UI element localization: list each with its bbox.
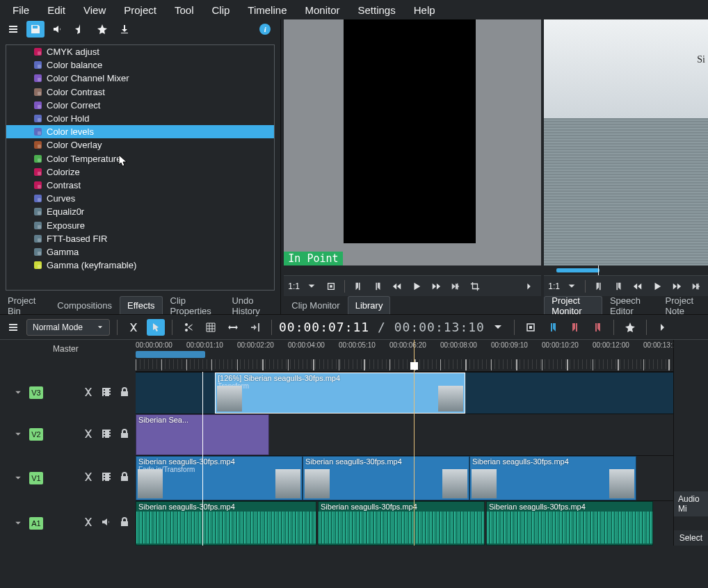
speaker-icon[interactable]	[101, 516, 112, 530]
fx-icon[interactable]	[83, 386, 94, 400]
track-head-v1[interactable]: V1	[0, 455, 136, 500]
clip-monitor-viewport[interactable]: In Point	[284, 19, 541, 266]
effect-item[interactable]: Color levels	[6, 125, 274, 138]
clip-monitor-ruler[interactable]	[284, 266, 541, 275]
timeline-timecode[interactable]: 00:00:07:11 / 00:00:13:10	[279, 320, 485, 334]
effect-item[interactable]: Gamma (keyframable)	[6, 259, 274, 272]
effect-item[interactable]: Color Correct	[6, 99, 274, 112]
menu-project[interactable]: Project	[115, 1, 165, 19]
track-badge[interactable]: A1	[29, 517, 43, 530]
effect-item[interactable]: Color Overlay	[6, 138, 274, 152]
effect-item[interactable]: Equaliz0r	[6, 205, 274, 218]
track-lane-v3[interactable]: [126%] Siberian seagulls-30fps.mp4 Trans…	[136, 372, 673, 414]
mark-in-button[interactable]	[351, 279, 366, 294]
film-icon[interactable]	[101, 428, 112, 441]
expand-icon[interactable]	[13, 519, 24, 528]
clip-a1-1[interactable]: Siberian seagulls-30fps.mp4	[318, 501, 485, 546]
tab-effects[interactable]: Effects	[120, 296, 163, 314]
play-button-2[interactable]	[650, 279, 665, 294]
time-ruler[interactable]: 00:00:00:0000:00:01:1000:00:02:2000:00:0…	[136, 340, 673, 372]
lock-icon[interactable]	[119, 386, 130, 400]
effect-item[interactable]: CMYK adjust	[6, 45, 274, 58]
menu-clip[interactable]: Clip	[204, 1, 239, 19]
tab-project-note[interactable]: Project Note	[658, 296, 708, 314]
project-monitor-viewport[interactable]: Si	[544, 19, 708, 266]
tab-clip-monitor[interactable]: Clip Monitor	[284, 296, 347, 314]
rewind-button-2[interactable]	[630, 279, 645, 294]
expand-icon[interactable]	[13, 389, 24, 397]
tab-project-monitor[interactable]: Project Monitor	[544, 296, 602, 314]
effect-item[interactable]: FTT-based FIR	[6, 232, 274, 245]
film-icon[interactable]	[101, 386, 112, 400]
mix-button-2[interactable]	[566, 319, 584, 336]
tab-project-bin[interactable]: Project Bin	[0, 296, 49, 314]
mark-out-button[interactable]	[370, 279, 385, 294]
effect-item[interactable]: Color Channel Mixer	[6, 72, 274, 85]
fit-button[interactable]	[323, 279, 339, 294]
crop-button[interactable]	[467, 279, 483, 294]
effect-item[interactable]: Curves	[6, 192, 274, 205]
project-monitor-ruler[interactable]	[544, 266, 708, 275]
effect-item[interactable]: Exposure	[6, 218, 274, 231]
track-lane-v2[interactable]: Siberian Sea...	[136, 414, 673, 455]
menu-help[interactable]: Help	[405, 1, 444, 19]
zoom-dropdown[interactable]	[304, 279, 319, 294]
favorite-half-button[interactable]	[71, 21, 89, 38]
clip-a1-2[interactable]: Siberian seagulls-30fps.mp4	[486, 501, 653, 546]
lock-icon[interactable]	[119, 516, 130, 530]
edit-mode-dropdown[interactable]: Normal Mode	[26, 319, 110, 336]
menu-view[interactable]: View	[75, 1, 114, 19]
mix-button-3[interactable]	[588, 319, 606, 336]
rewind-button[interactable]	[389, 279, 405, 294]
menu-timeline[interactable]: Timeline	[239, 1, 295, 19]
timecode-dropdown[interactable]	[489, 319, 507, 336]
fx-icon[interactable]	[83, 516, 94, 530]
audio-effects-button[interactable]	[49, 21, 67, 38]
mix-button-1[interactable]	[544, 319, 562, 336]
tab-clip-properties[interactable]: Clip Properties	[163, 296, 225, 314]
playhead[interactable]	[414, 340, 415, 546]
play-button[interactable]	[409, 279, 424, 294]
effect-item[interactable]: Color Hold	[6, 112, 274, 125]
fx-button[interactable]	[124, 319, 143, 336]
track-lane-a1[interactable]: Siberian seagulls-30fps.mp4 Siberian sea…	[136, 500, 673, 546]
menu-monitor[interactable]: Monitor	[296, 1, 348, 19]
cursor-tool-button[interactable]	[147, 319, 165, 336]
track-badge[interactable]: V2	[29, 428, 43, 441]
mark-in-button-2[interactable]	[591, 279, 606, 294]
zoom-dropdown-2[interactable]	[564, 279, 579, 294]
tab-speech-editor[interactable]: Speech Editor	[602, 296, 658, 314]
track-head-v3[interactable]: V3	[0, 372, 136, 414]
track-menu-button[interactable]	[4, 319, 22, 336]
clip-v1-1[interactable]: Siberian seagulls-30fps.mp4	[303, 456, 469, 500]
film-icon[interactable]	[101, 471, 112, 484]
end-button[interactable]	[448, 279, 463, 294]
remove-spacer-button[interactable]	[246, 319, 264, 336]
effect-item[interactable]: Contrast	[6, 179, 274, 192]
effect-item[interactable]: Color Contrast	[6, 85, 274, 99]
ff-button[interactable]	[428, 279, 444, 294]
expand-icon[interactable]	[13, 430, 24, 439]
tracks-area[interactable]: 00:00:00:0000:00:01:1000:00:02:2000:00:0…	[136, 340, 673, 546]
favorite-timeline-button[interactable]	[621, 319, 639, 336]
more-button[interactable]	[522, 279, 537, 294]
track-lane-v1[interactable]: Siberian seagulls-30fps.mp4 Fade in/Tran…	[136, 455, 673, 500]
menu-edit[interactable]: Edit	[39, 1, 74, 19]
insert-spacer-button[interactable]	[224, 319, 242, 336]
tree-view-button[interactable]	[4, 21, 22, 38]
clip-v3[interactable]: [126%] Siberian seagulls-30fps.mp4 Trans…	[215, 373, 465, 414]
effect-item[interactable]: Color balance	[6, 58, 274, 72]
clip-v1-0[interactable]: Siberian seagulls-30fps.mp4 Fade in/Tran…	[136, 456, 303, 500]
tab-compositions[interactable]: Compositions	[49, 296, 120, 314]
clip-v1-2[interactable]: Siberian seagulls-30fps.mp4	[469, 456, 636, 500]
clip-a1-0[interactable]: Siberian seagulls-30fps.mp4	[136, 501, 316, 546]
lock-icon[interactable]	[119, 428, 130, 441]
expand-icon[interactable]	[13, 474, 24, 482]
track-badge[interactable]: V3	[29, 386, 43, 399]
cut-tool-button[interactable]	[179, 319, 198, 336]
effect-item[interactable]: Gamma	[6, 245, 274, 259]
fx-icon[interactable]	[83, 428, 94, 441]
effect-item[interactable]: Colorize	[6, 165, 274, 179]
timeline-more-button[interactable]	[654, 319, 672, 336]
zone-indicator[interactable]	[136, 351, 205, 358]
